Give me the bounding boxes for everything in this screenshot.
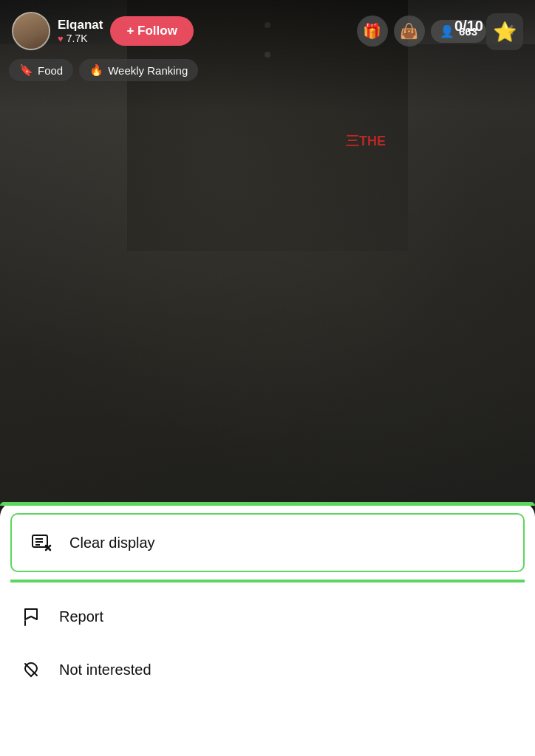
tag-food-icon: 🔖 bbox=[19, 63, 33, 77]
user-text: Elqanat ♥ 7.7K bbox=[58, 18, 103, 44]
follow-button[interactable]: + Follow bbox=[110, 16, 193, 46]
clear-display-icon-container bbox=[28, 529, 55, 556]
tag-food[interactable]: 🔖 Food bbox=[9, 59, 73, 81]
tag-ranking-icon: 🔥 bbox=[89, 63, 103, 77]
not-interested-label: Not interested bbox=[59, 662, 151, 678]
clear-display-icon bbox=[31, 532, 52, 553]
heart-icon: ♥ bbox=[58, 33, 64, 44]
report-label: Report bbox=[59, 608, 103, 625]
brand-logo: 三THE bbox=[346, 134, 386, 148]
gift-button[interactable]: 🎁 bbox=[357, 16, 388, 47]
shop-button[interactable]: 👜 bbox=[394, 16, 425, 47]
tag-weekly-ranking[interactable]: 🔥 Weekly Ranking bbox=[79, 59, 198, 81]
user-info-group: Elqanat ♥ 7.7K + Follow bbox=[12, 12, 357, 50]
shop-icon: 👜 bbox=[400, 22, 418, 40]
not-interested-icon bbox=[21, 659, 41, 680]
bottom-menu-panel: Clear display Report Not interested bbox=[0, 502, 535, 756]
not-interested-icon-container bbox=[18, 656, 44, 683]
star-button[interactable]: ⭐ bbox=[486, 13, 523, 50]
progress-display: 0/10 bbox=[454, 18, 483, 35]
menu-item-not-interested[interactable]: Not interested bbox=[0, 643, 535, 696]
username: Elqanat bbox=[58, 18, 103, 32]
clear-display-label: Clear display bbox=[69, 535, 155, 551]
gift-icon: 🎁 bbox=[363, 22, 381, 40]
viewers-icon: 👤 bbox=[440, 24, 454, 38]
report-icon bbox=[21, 606, 41, 627]
star-icon: ⭐ bbox=[493, 21, 517, 44]
tags-row: 🔖 Food 🔥 Weekly Ranking bbox=[9, 59, 198, 81]
tag-ranking-label: Weekly Ranking bbox=[108, 64, 188, 77]
likes-count: ♥ 7.7K bbox=[58, 32, 103, 44]
menu-item-report[interactable]: Report bbox=[0, 590, 535, 643]
menu-active-divider bbox=[10, 580, 525, 583]
progress-text: 0/10 bbox=[454, 18, 483, 34]
video-background: 三THE bbox=[0, 0, 535, 502]
menu-item-clear-display[interactable]: Clear display bbox=[10, 513, 525, 572]
avatar[interactable] bbox=[12, 12, 50, 50]
report-icon-container bbox=[18, 603, 44, 630]
panel-top-line bbox=[0, 502, 535, 506]
tag-food-label: Food bbox=[38, 64, 63, 77]
